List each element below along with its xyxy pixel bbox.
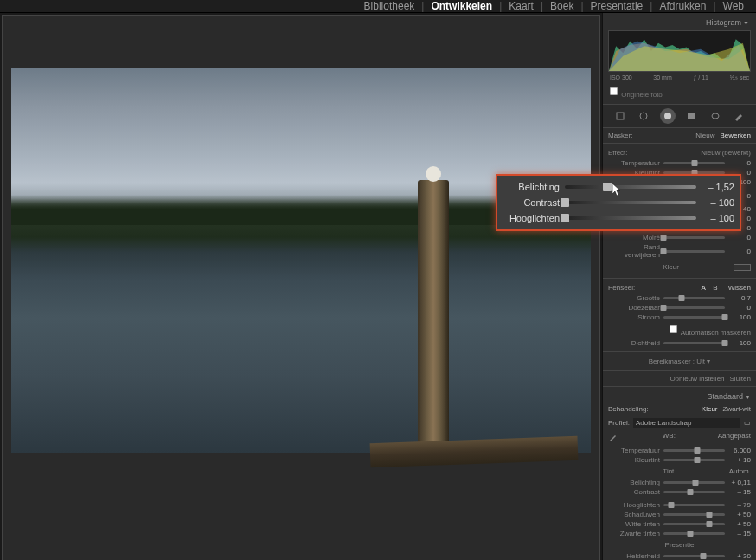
tone-0-label: Belichting	[608, 479, 660, 486]
brush-0-slider[interactable]	[663, 297, 725, 299]
hist-aperture: ƒ / 11	[693, 74, 708, 81]
wb-value[interactable]: Aangepast	[718, 432, 751, 444]
histogram-header[interactable]: Histogram	[608, 16, 751, 30]
gradient-tool-icon[interactable]	[683, 108, 699, 124]
tone2-1-label: Schaduwen	[608, 511, 660, 518]
brush-2-value: 100	[728, 313, 751, 321]
maskrange-value[interactable]: Uit	[696, 357, 705, 365]
mask-edit[interactable]: Bewerken	[720, 132, 751, 139]
popup-1-value: – 100	[696, 197, 734, 208]
original-checkbox[interactable]	[610, 87, 618, 95]
tone2-2-slider[interactable]	[663, 523, 725, 525]
tone-1-label: Contrast	[608, 488, 660, 496]
brush-a[interactable]: A	[702, 284, 706, 292]
popup-0-value: – 1,52	[696, 182, 734, 192]
tone2-2-value: + 50	[728, 520, 751, 528]
effect-0-label: Temperatuur	[608, 159, 660, 167]
presence-0-value: + 30	[728, 552, 751, 560]
nav-presentatie[interactable]: Presentatie	[586, 0, 649, 12]
preview-image[interactable]	[11, 68, 591, 453]
highlighted-sliders-popup: Belichting – 1,52Contrast – 100Hooglicht…	[496, 174, 741, 231]
effect-7-label: Moiré	[608, 234, 660, 241]
svg-rect-7	[688, 113, 695, 119]
wb-1-slider[interactable]	[663, 459, 725, 461]
brush-0-value: 0,7	[728, 294, 751, 302]
nav-bibliotheek[interactable]: Bibliotheek	[359, 0, 420, 12]
wb-0-slider[interactable]	[663, 449, 725, 452]
tone-1-slider[interactable]	[663, 491, 725, 493]
tone2-0-slider[interactable]	[663, 504, 725, 506]
histogram-graph[interactable]	[608, 30, 751, 72]
effect-0-slider[interactable]	[663, 162, 725, 164]
mask-new[interactable]: Nieuw	[695, 132, 714, 139]
wb-1-value: + 10	[728, 456, 751, 464]
nav-boek[interactable]: Boek	[545, 0, 579, 12]
brush-1-slider[interactable]	[663, 306, 725, 309]
treatment-label: Behandeling:	[608, 405, 649, 413]
brush-tool-icon[interactable]	[731, 108, 746, 124]
maskrange-label: Bereikmasker :	[649, 357, 695, 365]
brush-b[interactable]: B	[713, 284, 717, 292]
kleur-swatch[interactable]	[734, 264, 751, 271]
effect-preset[interactable]: Nieuw (bewerkt)	[701, 149, 751, 157]
wb-1-label: Kleurtint	[608, 456, 660, 464]
nav-web[interactable]: Web	[718, 0, 749, 12]
popup-2-slider[interactable]	[565, 216, 696, 220]
brush-erase[interactable]: Wissen	[728, 284, 751, 292]
popup-0-label: Belichting	[503, 182, 565, 192]
effect-8-label: Rand verwijderen	[608, 243, 660, 259]
popup-1-label: Contrast	[503, 197, 565, 208]
tone-0-value: + 0,11	[728, 479, 751, 486]
kleur-label: Kleur	[663, 263, 679, 271]
tone2-3-label: Zwarte tinten	[608, 530, 660, 537]
svg-point-6	[664, 113, 671, 119]
brush-2-label: Stroom	[608, 313, 660, 321]
nav-afdrukken[interactable]: Afdrukken	[654, 0, 711, 12]
treatment-bw[interactable]: Zwart-wit	[723, 405, 751, 413]
nav-ontwikkelen[interactable]: Ontwikkelen	[426, 0, 497, 12]
presence-0-label: Helderheid	[608, 552, 660, 560]
radial-tool-icon[interactable]	[708, 108, 723, 124]
mask-label: Masker:	[608, 132, 632, 139]
hist-shutter: ¹⁄₁₅ sec	[730, 74, 749, 81]
automask-checkbox[interactable]	[670, 325, 677, 333]
tone2-1-value: + 50	[728, 511, 751, 518]
standard-header[interactable]: Standaard	[608, 390, 751, 402]
spot-tool-icon[interactable]	[636, 108, 651, 124]
effect-7-slider[interactable]	[663, 236, 725, 239]
brush-label: Penseel:	[608, 284, 635, 292]
svg-point-8	[712, 113, 719, 119]
effect-8-value: 0	[728, 248, 751, 255]
effect-label: Effect:	[608, 149, 628, 157]
presence-0-slider[interactable]	[663, 555, 725, 557]
effect-8-slider[interactable]	[663, 250, 725, 253]
popup-1-slider[interactable]	[565, 201, 696, 204]
original-label: Originele foto	[621, 91, 663, 99]
popup-0-slider[interactable]	[565, 185, 696, 189]
profile-browse-icon[interactable]: ▭	[744, 419, 751, 427]
tone2-2-label: Witte tinten	[608, 520, 660, 528]
nav-kaart[interactable]: Kaart	[503, 0, 539, 12]
tone2-3-slider[interactable]	[663, 532, 725, 535]
density-slider[interactable]	[663, 342, 725, 344]
close-adjustments[interactable]: Sluiten	[730, 375, 751, 383]
svg-point-5	[640, 113, 647, 119]
right-panel: Histogram ISO 300 30 mm ƒ / 11 ¹⁄₁₅ sec …	[602, 13, 756, 560]
crop-tool-icon[interactable]	[612, 108, 628, 124]
brush-2-slider[interactable]	[663, 316, 725, 319]
redeye-tool-icon[interactable]	[660, 108, 676, 124]
treatment-color[interactable]: Kleur	[702, 405, 718, 413]
hist-iso: ISO 300	[610, 74, 632, 81]
tone-auto[interactable]: Autom.	[729, 467, 751, 475]
eyedropper-icon[interactable]	[608, 432, 620, 444]
tone-0-slider[interactable]	[663, 481, 725, 484]
tone-1-value: – 15	[728, 488, 751, 496]
wb-0-label: Temperatuur	[608, 447, 660, 454]
profile-select[interactable]: Adobe Landschap	[633, 418, 740, 428]
brush-0-label: Grootte	[608, 294, 660, 302]
reset-adjustments[interactable]: Opnieuw instellen	[670, 375, 724, 383]
density-label: Dichtheid	[608, 339, 660, 347]
effect-0-value: 0	[728, 159, 751, 167]
brush-1-label: Doezelaar	[608, 304, 660, 312]
tone2-1-slider[interactable]	[663, 513, 725, 516]
